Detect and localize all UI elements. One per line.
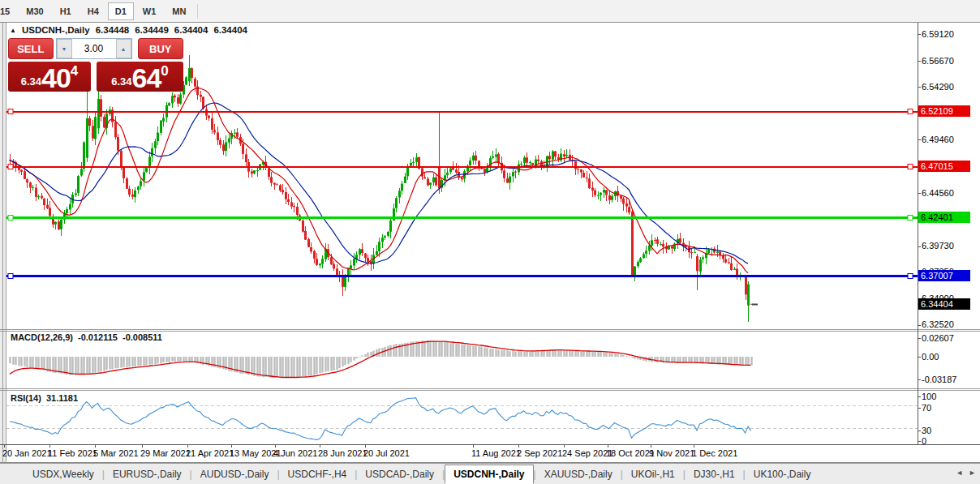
one-click-trading-widget: SELL ▼ ▲ BUY 6.34 40 4 6.34 64 0 — [8, 38, 183, 92]
tab-dj30-h1[interactable]: DJ30-,H1 — [686, 465, 743, 483]
time-axis-labels: 20 Jan 202111 Feb 20215 Mar 202129 Mar 2… — [2, 444, 737, 458]
line-anchor-handle[interactable] — [8, 109, 13, 114]
ohlc-open: 6.34448 — [96, 25, 130, 35]
tab-ukoil-h1[interactable]: UKOil-,H1 — [623, 465, 683, 483]
rsi-line — [10, 398, 751, 440]
svg-text:11 Feb 2021: 11 Feb 2021 — [48, 448, 97, 458]
svg-text:6.32520: 6.32520 — [922, 319, 954, 329]
svg-text:6.44560: 6.44560 — [922, 188, 954, 198]
buy-price-point: 0 — [161, 63, 168, 79]
ohlc-low: 6.34404 — [174, 25, 208, 35]
ohlc-close: 6.34404 — [213, 25, 247, 35]
rsi-name: RSI(14) — [11, 393, 41, 403]
svg-text:70: 70 — [922, 403, 931, 413]
rsi-indicator-label: RSI(14) 31.1181 — [11, 393, 78, 403]
collapse-one-click-icon[interactable]: ▲ — [10, 27, 16, 34]
line-anchor-handle[interactable] — [8, 165, 13, 169]
macd-indicator-label: MACD(12,26,9) -0.012115 -0.008511 — [11, 332, 162, 342]
line-anchor-handle[interactable] — [908, 274, 913, 279]
macd-signal-value: -0.008511 — [122, 332, 162, 342]
line-anchor-handle[interactable] — [908, 109, 913, 114]
svg-text:6.59120: 6.59120 — [922, 29, 954, 39]
macd-value: -0.012115 — [78, 332, 118, 342]
svg-text:6.47015: 6.47015 — [921, 161, 953, 171]
tab-scroll-right-icon[interactable]: ► — [969, 469, 976, 477]
svg-text:-0.03187: -0.03187 — [922, 375, 956, 384]
rsi-value: 31.1181 — [46, 393, 78, 403]
svg-text:6.39730: 6.39730 — [922, 241, 954, 251]
chart-tabs: USDX,Weekly|EURUSD-,Daily|AUDUSD-,Daily|… — [24, 465, 819, 484]
svg-text:0.02607: 0.02607 — [922, 333, 954, 343]
svg-text:30: 30 — [922, 426, 931, 435]
svg-text:2 Sep 2021: 2 Sep 2021 — [517, 448, 562, 458]
tab-scroll-controls: ◄ ► — [956, 469, 976, 477]
sell-button[interactable]: SELL — [8, 38, 54, 59]
tab-uk100-daily[interactable]: UK100-,Daily — [746, 465, 819, 483]
chart-symbol-title: USDCNH-,Daily — [22, 25, 90, 35]
line-anchor-handle[interactable] — [8, 274, 13, 279]
sell-price-point: 4 — [71, 63, 78, 79]
svg-text:20 Jan 2021: 20 Jan 2021 — [2, 448, 52, 458]
volume-decrease-icon[interactable]: ▼ — [57, 39, 72, 58]
buy-price-panel[interactable]: 6.34 64 0 — [97, 62, 183, 92]
svg-text:21 Apr 2021: 21 Apr 2021 — [186, 448, 234, 458]
rsi-panel — [6, 398, 918, 440]
macd-name: MACD(12,26,9) — [11, 332, 73, 342]
sell-price-base: 6.34 — [21, 75, 41, 88]
tab-xauusd-daily[interactable]: XAUUSD-,Daily — [536, 465, 621, 483]
svg-text:6.37007: 6.37007 — [921, 271, 953, 281]
tab-usdx-weekly[interactable]: USDX,Weekly — [24, 465, 102, 483]
tab-eurusd-daily[interactable]: EURUSD-,Daily — [105, 465, 190, 483]
volume-spinner: ▼ ▲ — [56, 38, 132, 59]
chart-header: ▲ USDCNH-,Daily 6.34448 6.34449 6.34404 … — [10, 25, 247, 35]
tab-scroll-left-icon[interactable]: ◄ — [956, 469, 963, 477]
ohlc-high: 6.34449 — [135, 25, 169, 35]
svg-text:9 Nov 2021: 9 Nov 2021 — [649, 448, 694, 458]
line-anchor-handle[interactable] — [8, 216, 13, 221]
svg-text:11 Aug 2021: 11 Aug 2021 — [471, 448, 521, 458]
svg-text:29 Mar 2021: 29 Mar 2021 — [140, 448, 191, 458]
svg-text:6.56670: 6.56670 — [922, 56, 954, 66]
volume-increase-icon[interactable]: ▲ — [116, 39, 131, 58]
tab-audusd-daily[interactable]: AUDUSD-,Daily — [192, 465, 277, 483]
svg-text:6.49460: 6.49460 — [922, 135, 954, 144]
buy-price-base: 6.34 — [111, 75, 131, 88]
svg-text:0.00: 0.00 — [922, 352, 939, 362]
price-lines-layer — [6, 109, 918, 305]
tab-usdchf-h4[interactable]: USDCHF-,H4 — [280, 465, 355, 483]
trading-terminal-window: 15M30H1H4D1W1MN 6.591206.566706.542906.5… — [0, 0, 980, 484]
sell-price-pips: 40 — [41, 66, 71, 91]
indicator-axis-labels: 0.026070.00-0.0318710070300 — [918, 333, 956, 446]
svg-text:5 Mar 2021: 5 Mar 2021 — [93, 448, 139, 458]
svg-text:0: 0 — [922, 436, 926, 446]
svg-text:6.52109: 6.52109 — [921, 106, 953, 116]
buy-price-pips: 64 — [132, 66, 161, 91]
svg-text:1 Dec 2021: 1 Dec 2021 — [692, 448, 737, 458]
tab-usdcnh-daily[interactable]: USDCNH-,Daily — [445, 465, 533, 484]
svg-text:6.34404: 6.34404 — [921, 299, 953, 309]
svg-text:6.54290: 6.54290 — [922, 82, 954, 92]
line-anchor-handle[interactable] — [908, 165, 913, 169]
chart-tab-bar: USDX,Weekly|EURUSD-,Daily|AUDUSD-,Daily|… — [0, 463, 980, 484]
volume-input[interactable] — [72, 39, 116, 58]
svg-text:18 Oct 2021: 18 Oct 2021 — [606, 448, 655, 458]
buy-button[interactable]: BUY — [138, 38, 183, 59]
svg-text:6.42401: 6.42401 — [921, 212, 953, 222]
svg-text:28 Jun 2021: 28 Jun 2021 — [318, 448, 368, 458]
price-axis-labels: 6.591206.566706.542906.518406.494606.470… — [918, 29, 970, 330]
sell-price-panel[interactable]: 6.34 40 4 — [8, 62, 91, 92]
macd-panel — [9, 341, 752, 379]
candles-layer — [9, 55, 753, 322]
line-anchor-handle[interactable] — [908, 216, 913, 221]
svg-text:100: 100 — [922, 392, 936, 401]
tab-usdcad-daily[interactable]: USDCAD-,Daily — [357, 465, 442, 483]
svg-text:20 Jul 2021: 20 Jul 2021 — [363, 448, 410, 458]
svg-text:4 Jun 2021: 4 Jun 2021 — [273, 448, 317, 458]
